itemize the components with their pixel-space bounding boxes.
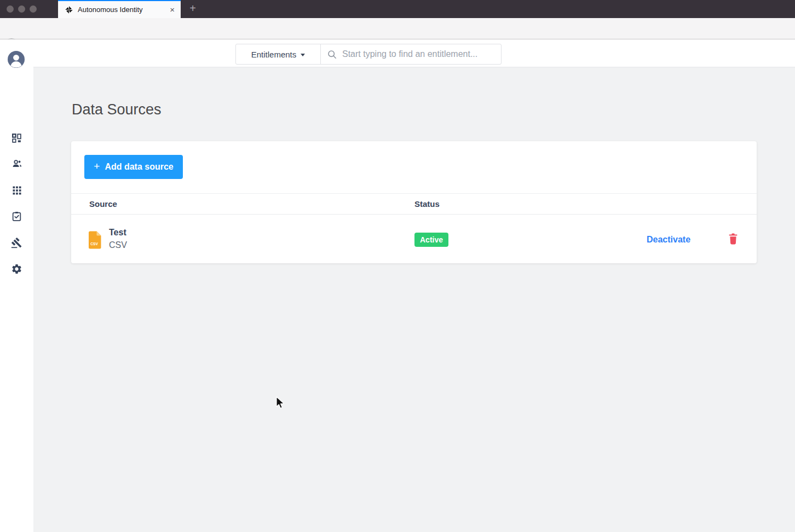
data-sources-card: + Add data source Source Status CSV Test… [71,141,757,263]
add-data-source-button[interactable]: + Add data source [84,155,183,179]
page-content: Data Sources + Add data source Source St… [33,67,795,532]
tab-title: Autonomous Identity [78,5,169,14]
window-controls [7,5,37,13]
close-window-button[interactable] [7,5,14,13]
scope-dropdown-label: Entitlements [251,50,297,59]
new-tab-button[interactable]: + [185,0,201,18]
chevron-down-icon [301,54,305,56]
search-input[interactable] [342,49,494,59]
sidebar-item-identities[interactable] [0,153,33,175]
sidebar-item-rules[interactable] [0,232,33,253]
column-header-status: Status [414,199,440,209]
search-icon [327,50,337,59]
gear-icon [11,263,22,275]
people-icon [11,158,23,170]
column-header-source: Source [89,199,117,209]
svg-text:CSV: CSV [90,242,98,246]
gavel-icon [11,237,22,248]
source-name: Test [109,228,126,238]
sidebar-item-settings[interactable] [0,258,33,280]
trash-icon [728,233,738,245]
table-header: Source Status [71,193,757,215]
page-title: Data Sources [72,101,162,118]
scope-dropdown[interactable]: Entitlements [235,44,321,65]
app-header: Entitlements [33,39,795,67]
zoom-window-button[interactable] [30,5,37,13]
user-avatar[interactable] [8,51,25,68]
source-type: CSV [109,240,127,250]
status-badge: Active [414,233,448,247]
deactivate-link[interactable]: Deactivate [647,235,690,245]
app-sidebar [0,39,33,532]
forgerock-favicon-icon [65,5,73,14]
sidebar-item-dashboard[interactable] [0,127,33,149]
sidebar-item-tasks[interactable] [0,205,33,227]
add-data-source-label: Add data source [105,162,173,172]
tab-bar: Autonomous Identity × + [0,0,795,18]
browser-toolbar: https://autoid-ui.forgerock.com/data-sou… [0,18,795,39]
csv-file-icon: CSV [88,231,102,249]
plus-icon: + [94,160,100,172]
browser-window: Autonomous Identity × + [0,0,795,532]
browser-tab[interactable]: Autonomous Identity × [58,0,181,18]
dashboard-icon [11,132,22,144]
avatar-person-icon [8,51,25,68]
close-tab-icon[interactable]: × [169,5,176,14]
clipboard-check-icon [11,211,22,222]
delete-source-button[interactable] [728,233,740,245]
entitlement-search [320,44,502,65]
sidebar-item-applications[interactable] [0,180,33,201]
minimize-window-button[interactable] [18,5,25,13]
apps-grid-icon [11,185,22,196]
table-row: CSV Test CSV Active Deactivate [71,215,757,263]
